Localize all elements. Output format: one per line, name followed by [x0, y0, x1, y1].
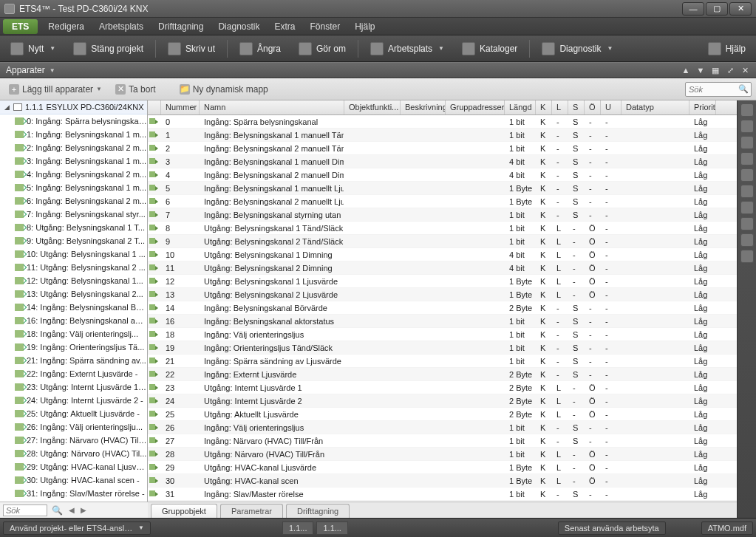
tree-item[interactable]: 6: Ingång: Belysningskanal 2 m... [0, 194, 147, 208]
tree-item[interactable]: 23: Utgång: Internt Ljusvärde 1 ... [0, 380, 147, 394]
col-l[interactable]: L [552, 100, 568, 114]
tab-drifttagning[interactable]: Drifttagning [286, 504, 350, 518]
tree-collapse-icon[interactable]: ◢ [3, 103, 10, 111]
toolbar-angra[interactable]: Ångra [234, 39, 287, 58]
tree-item[interactable]: 1: Ingång: Belysningskanal 1 m... [0, 128, 147, 141]
table-row[interactable]: 10Utgång: Belysningskanal 1 Dimning4 bit… [148, 248, 737, 261]
col-s[interactable]: S [568, 100, 585, 114]
tree-item[interactable]: 8: Utgång: Belysningskanal 1 T... [0, 221, 147, 234]
tree-item[interactable]: 12: Utgång: Belysningskanal 1... [0, 274, 147, 287]
tree-item[interactable]: 22: Ingång: Externt Ljusvärde - [0, 367, 147, 380]
tab-gruppobjekt[interactable]: Gruppobjekt [151, 504, 217, 518]
col-gruppadresser[interactable]: Gruppadresser [446, 100, 505, 114]
col-o[interactable]: Ö [585, 100, 601, 114]
tree-item[interactable]: 13: Utgång: Belysningskanal 2... [0, 287, 147, 301]
table-row[interactable]: 5Ingång: Belysningskanal 1 manuellt Ljus… [148, 182, 737, 195]
tree-item[interactable]: 28: Utgång: Närvaro (HVAC) Til... [0, 447, 147, 460]
toolbar-diagnostik[interactable]: Diagnostik▼ [536, 39, 619, 58]
col-namn[interactable]: Namn [200, 100, 344, 114]
tree-item[interactable]: 19: Ingång: Orienteringsljus Tä... [0, 341, 147, 354]
table-row[interactable]: 19Ingång: Orienteringsljus Tänd/Släck1 b… [148, 341, 737, 355]
tree-next-icon[interactable]: ▶ [81, 506, 86, 514]
table-row[interactable]: 2Ingång: Belysningskanal 2 manuell Tänd/… [148, 142, 737, 155]
panel-close-icon[interactable]: ✕ [740, 65, 750, 75]
toolbar-gorom[interactable]: Gör om [293, 39, 352, 58]
col-datatyp[interactable]: Datatyp [622, 100, 689, 114]
panel-title[interactable]: Apparater [6, 65, 45, 75]
add-devices-button[interactable]: +Lägg till apparater▼ [4, 82, 106, 97]
menu-ets[interactable]: ETS [3, 19, 38, 34]
table-row[interactable]: 16Ingång: Belysningskanal aktorstatus1 b… [148, 315, 737, 328]
table-row[interactable]: 23Utgång: Internt Ljusvärde 12 ByteKL-Ö-… [148, 381, 737, 394]
table-row[interactable]: 1Ingång: Belysningskanal 1 manuell Tänd/… [148, 129, 737, 142]
menu-diagnostik[interactable]: Diagnostik [211, 19, 267, 34]
tree-root[interactable]: ◢ 1.1.1 ESYLUX PD-C360i/24KNX [0, 100, 147, 114]
status-center[interactable]: Senast använda arbetsyta [558, 521, 666, 535]
table-row[interactable]: 31Ingång: Slav/Master rörelse1 bitK-S--L… [148, 488, 737, 501]
tree-item[interactable]: 29: Utgång: HVAC-kanal Ljusvä... [0, 460, 147, 473]
panel-down-icon[interactable]: ▼ [695, 65, 706, 75]
tree-item[interactable]: 27: Ingång: Närvaro (HVAC) Till... [0, 434, 147, 447]
tree-item[interactable]: 9: Utgång: Belysningskanal 2 T... [0, 234, 147, 247]
menu-extra[interactable]: Extra [267, 19, 302, 34]
menu-arbetsplats[interactable]: Arbetsplats [92, 19, 151, 34]
panel-grid-icon[interactable]: ▦ [710, 65, 721, 75]
tree-item[interactable]: 18: Ingång: Välj orienteringslj... [0, 327, 147, 341]
table-row[interactable]: 27Ingång: Närvaro (HVAC) Till/Från1 bitK… [148, 434, 737, 448]
side-collapse-icon[interactable] [740, 103, 754, 117]
table-row[interactable]: 29Utgång: HVAC-kanal Ljusvärde1 ByteKL-Ö… [148, 461, 737, 474]
menu-drifttagning[interactable]: Drifttagning [151, 19, 211, 34]
side-workspace-icon[interactable] [740, 168, 754, 182]
side-info-icon[interactable] [740, 120, 754, 133]
search-icon[interactable]: 🔍 [738, 84, 749, 94]
table-row[interactable]: 25Utgång: Aktuellt Ljusvärde2 ByteKL-Ö-L… [148, 408, 737, 421]
tree-item[interactable]: 11: Utgång: Belysningskanal 2 ... [0, 261, 147, 274]
col-u[interactable]: U [601, 100, 622, 114]
tree-item[interactable]: 24: Utgång: Internt Ljusvärde 2 - [0, 394, 147, 407]
status-right[interactable]: ATMO.mdf [701, 521, 753, 535]
minimize-button[interactable]: — [682, 2, 704, 16]
table-row[interactable]: 6Ingång: Belysningskanal 2 manuellt Ljus… [148, 195, 737, 208]
toolbar-kataloger[interactable]: Kataloger [456, 39, 523, 58]
col-k[interactable]: K [536, 100, 552, 114]
tree-item[interactable]: 16: Ingång: Belysningskanal akt... [0, 314, 147, 327]
status-left[interactable]: Använd projekt- eller ETS4-anslutni...▼ [3, 521, 151, 535]
side-help-icon[interactable] [740, 217, 754, 230]
side-check-icon[interactable] [740, 185, 754, 198]
toolbar-hjalp[interactable]: Hjälp [702, 39, 752, 58]
menu-hjalp[interactable]: Hjälp [347, 19, 382, 34]
col-langd[interactable]: Längd [505, 100, 536, 114]
tree-search-icon[interactable]: 🔍 [52, 505, 63, 516]
menu-redigera[interactable]: Redigera [41, 19, 92, 34]
grid-body[interactable]: 0Ingång: Spärra belysningskanal1 bitK-S-… [148, 115, 737, 502]
tree-item[interactable]: 31: Ingång: Slav/Master rörelse - [0, 487, 147, 500]
table-row[interactable]: 30Utgång: HVAC-kanal scen1 ByteKL-Ö-Låg [148, 474, 737, 488]
toolbar-nytt[interactable]: Nytt▼ [4, 39, 61, 58]
table-row[interactable]: 21Ingång: Spärra sändning av Ljusvärde1 … [148, 355, 737, 368]
panel-caret-icon[interactable]: ▼ [50, 67, 55, 74]
tab-parametrar[interactable]: Parametrar [220, 504, 283, 518]
tree-item[interactable]: 21: Ingång: Spärra sändning av... [0, 354, 147, 367]
new-dynamic-folder-button[interactable]: 📁Ny dynamisk mapp [175, 82, 273, 97]
maximize-button[interactable]: ▢ [706, 2, 728, 16]
tree-item[interactable]: 4: Ingång: Belysningskanal 2 m... [0, 168, 147, 181]
side-history-icon[interactable] [740, 233, 754, 247]
table-row[interactable]: 7Ingång: Belysningskanal styrning utan n… [148, 208, 737, 222]
col-beskrivning[interactable]: Beskrivning [401, 100, 446, 114]
toolbar-skriv[interactable]: Skriv ut [162, 39, 221, 58]
table-row[interactable]: 24Utgång: Internt Ljusvärde 22 ByteKL-Ö-… [148, 394, 737, 408]
tree-item[interactable]: 3: Ingång: Belysningskanal 1 m... [0, 154, 147, 168]
close-button[interactable]: ✕ [729, 2, 752, 16]
tree-prev-icon[interactable]: ◀ [69, 506, 75, 514]
table-row[interactable]: 8Utgång: Belysningskanal 1 Tänd/Släck1 b… [148, 222, 737, 235]
tree-item[interactable]: 7: Ingång: Belysningskanal styr... [0, 208, 147, 221]
side-grid-icon[interactable] [740, 201, 754, 214]
side-folder-icon[interactable] [740, 136, 754, 149]
tree-item[interactable]: 5: Ingång: Belysningskanal 1 m... [0, 181, 147, 194]
table-row[interactable]: 28Utgång: Närvaro (HVAC) Till/Från1 bitK… [148, 448, 737, 461]
table-row[interactable]: 18Ingång: Välj orienteringsljus1 bitK-S-… [148, 328, 737, 341]
status-crumb-1[interactable]: 1.1... [282, 521, 313, 535]
col-nummer[interactable]: Nummer ▲ [161, 100, 200, 114]
table-row[interactable]: 11Utgång: Belysningskanal 2 Dimning4 bit… [148, 261, 737, 275]
col-prioritet[interactable]: Priorit [689, 100, 716, 114]
